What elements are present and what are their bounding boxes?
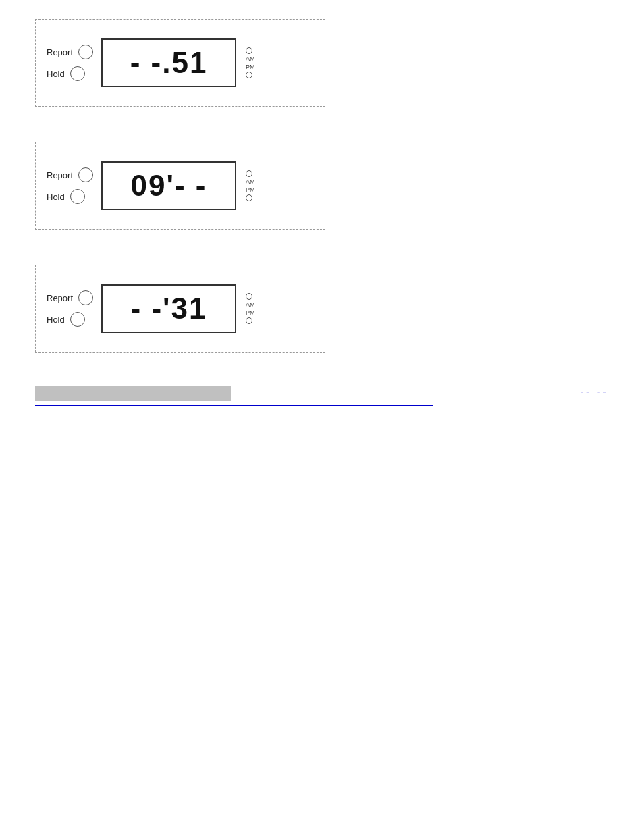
hold-row-3: Hold	[47, 312, 93, 327]
panel-2-labels: Report Hold	[47, 167, 93, 204]
am-label-row-1: AM	[246, 55, 255, 62]
display-value-1: - -.51	[130, 46, 208, 80]
pm-circle-1	[246, 72, 252, 78]
hold-label-1: Hold	[47, 69, 65, 79]
am-row-2	[246, 170, 252, 177]
panel-3-labels: Report Hold	[47, 290, 93, 327]
am-pm-2: AM PM	[246, 170, 255, 201]
blue-dashes-top-right: -- --	[580, 386, 609, 397]
pm-row-3	[246, 317, 252, 324]
report-button-2[interactable]	[78, 167, 93, 182]
am-row-1	[246, 47, 252, 54]
am-text-1: AM	[246, 55, 255, 62]
pm-circle-3	[246, 317, 252, 324]
hold-row-2: Hold	[47, 189, 93, 204]
report-button-1[interactable]	[78, 45, 93, 59]
am-circle-3	[246, 293, 252, 300]
hold-button-1[interactable]	[70, 66, 85, 81]
report-row-1: Report	[47, 45, 93, 59]
pm-label-row-3: PM	[246, 309, 255, 316]
report-label-3: Report	[47, 293, 73, 303]
display-1: - -.51	[101, 38, 236, 87]
panel-1: Report Hold - -.51 AM PM	[35, 19, 325, 107]
hold-label-2: Hold	[47, 192, 65, 202]
pm-row-1	[246, 72, 252, 78]
panel-3: Report Hold - -'31 AM PM	[35, 265, 325, 353]
hold-button-3[interactable]	[70, 312, 85, 327]
display-2: 09'- -	[101, 161, 236, 210]
report-row-2: Report	[47, 167, 93, 182]
pm-circle-2	[246, 194, 252, 201]
am-label-row-3: AM	[246, 301, 255, 308]
display-value-2: 09'- -	[131, 169, 207, 203]
display-value-3: - -'31	[131, 292, 207, 325]
hold-button-2[interactable]	[70, 189, 85, 204]
am-row-3	[246, 293, 252, 300]
pm-label-row-2: PM	[246, 186, 255, 193]
blue-horizontal-line	[35, 405, 433, 406]
am-pm-3: AM PM	[246, 293, 255, 324]
report-label-2: Report	[47, 170, 73, 180]
pm-row-2	[246, 194, 252, 201]
hold-label-3: Hold	[47, 315, 65, 325]
am-circle-1	[246, 47, 252, 54]
pm-label-row-1: PM	[246, 63, 255, 70]
am-text-3: AM	[246, 301, 255, 308]
report-label-1: Report	[47, 47, 73, 57]
gray-bar	[35, 386, 231, 401]
am-circle-2	[246, 170, 252, 177]
hold-row-1: Hold	[47, 66, 93, 81]
am-text-2: AM	[246, 178, 255, 185]
pm-text-1: PM	[246, 63, 255, 70]
report-button-3[interactable]	[78, 290, 93, 305]
display-3: - -'31	[101, 284, 236, 333]
am-pm-1: AM PM	[246, 47, 255, 78]
panel-1-labels: Report Hold	[47, 45, 93, 81]
pm-text-3: PM	[246, 309, 255, 316]
panel-2: Report Hold 09'- - AM PM	[35, 142, 325, 230]
am-label-row-2: AM	[246, 178, 255, 185]
report-row-3: Report	[47, 290, 93, 305]
pm-text-2: PM	[246, 186, 255, 193]
